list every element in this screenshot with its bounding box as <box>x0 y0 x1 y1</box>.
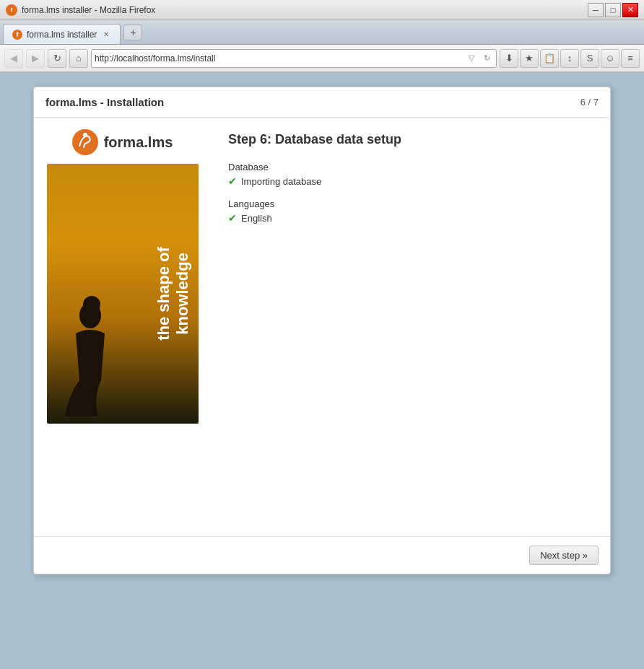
browser-favicon: f <box>6 4 17 16</box>
browser-window: f forma.lms installer - Mozilla Firefox … <box>0 0 644 669</box>
logo-text: forma.lms <box>104 134 173 151</box>
tab-bar: f forma.lms installer ✕ + <box>0 20 644 45</box>
title-bar-controls: ─ □ ✕ <box>588 3 638 17</box>
next-step-button[interactable]: Next step » <box>529 546 599 565</box>
tab-label: forma.lms installer <box>27 30 97 40</box>
nav-right-buttons: ⬇ ★ 📋 ↕ S ☺ ≡ <box>500 49 640 68</box>
promo-text: the shape of knowledge <box>155 247 193 341</box>
new-tab-button[interactable]: + <box>123 25 142 40</box>
active-tab[interactable]: f forma.lms installer ✕ <box>3 24 121 44</box>
importing-database-label: Importing database <box>241 176 321 187</box>
database-section: Database ✔ Importing database <box>228 162 593 187</box>
back-button[interactable]: ◀ <box>4 49 23 68</box>
tab-favicon: f <box>12 30 22 40</box>
silhouette-svg <box>54 294 126 424</box>
close-button[interactable]: ✕ <box>622 3 638 17</box>
browser-title: forma.lms installer - Mozilla Firefox <box>22 5 155 15</box>
title-bar-left: f forma.lms installer - Mozilla Firefox <box>6 4 155 16</box>
home-button[interactable]: ⌂ <box>69 49 88 68</box>
skype-icon[interactable]: S <box>580 49 599 68</box>
history-icon[interactable]: 📋 <box>540 49 559 68</box>
installer-body: forma.lms <box>34 118 610 536</box>
downloads-icon[interactable]: ⬇ <box>500 49 518 68</box>
refresh-button[interactable]: ↻ <box>48 49 66 68</box>
step-heading: Step 6: Database data setup <box>228 132 593 147</box>
maximize-button[interactable]: □ <box>605 3 621 17</box>
logo-area: forma.lms <box>72 129 173 155</box>
importing-database-item: ✔ Importing database <box>228 175 593 187</box>
logo-svg-icon <box>72 129 98 155</box>
reload-icon[interactable]: ↻ <box>480 52 493 65</box>
sidebar-logo: forma.lms <box>34 118 211 536</box>
bookmark-star-icon[interactable]: ▽ <box>465 52 478 65</box>
menu-button[interactable]: ≡ <box>621 49 640 68</box>
address-icons: ▽ ↻ <box>465 52 493 65</box>
languages-section-label: Languages <box>228 198 593 209</box>
promo-image: the shape of knowledge <box>47 164 199 424</box>
english-check-icon: ✔ <box>228 212 237 224</box>
minimize-button[interactable]: ─ <box>588 3 604 17</box>
svg-point-4 <box>83 296 100 313</box>
installer-panel: forma.lms - Installation 6 / 7 forma.lms <box>33 87 611 574</box>
installer-header: forma.lms - Installation 6 / 7 <box>34 87 610 118</box>
installer-title: forma.lms - Installation <box>45 96 164 108</box>
svg-point-1 <box>83 133 87 137</box>
page-area: forma.lms - Installation 6 / 7 forma.lms <box>0 72 644 669</box>
nav-bar: ◀ ▶ ↻ ⌂ ▽ ↻ ⬇ ★ 📋 ↕ S ☺ ≡ <box>0 45 644 72</box>
emoji-icon[interactable]: ☺ <box>601 49 619 68</box>
forward-button[interactable]: ▶ <box>26 49 45 68</box>
check-mark-icon: ✔ <box>228 175 237 187</box>
installer-footer: Next step » <box>34 536 610 574</box>
content-area: Step 6: Database data setup Database ✔ I… <box>211 118 610 536</box>
languages-section: Languages ✔ English <box>228 198 593 224</box>
database-section-label: Database <box>228 162 593 172</box>
bookmarks-icon[interactable]: ★ <box>520 49 539 68</box>
sync-icon[interactable]: ↕ <box>560 49 579 68</box>
tab-close-button[interactable]: ✕ <box>101 30 111 40</box>
address-bar-container: ▽ ↻ <box>91 49 497 68</box>
address-input[interactable] <box>95 53 465 64</box>
title-bar: f forma.lms installer - Mozilla Firefox … <box>0 0 644 20</box>
english-item: ✔ English <box>228 212 593 224</box>
step-counter: 6 / 7 <box>580 97 599 108</box>
english-label: English <box>241 213 272 224</box>
